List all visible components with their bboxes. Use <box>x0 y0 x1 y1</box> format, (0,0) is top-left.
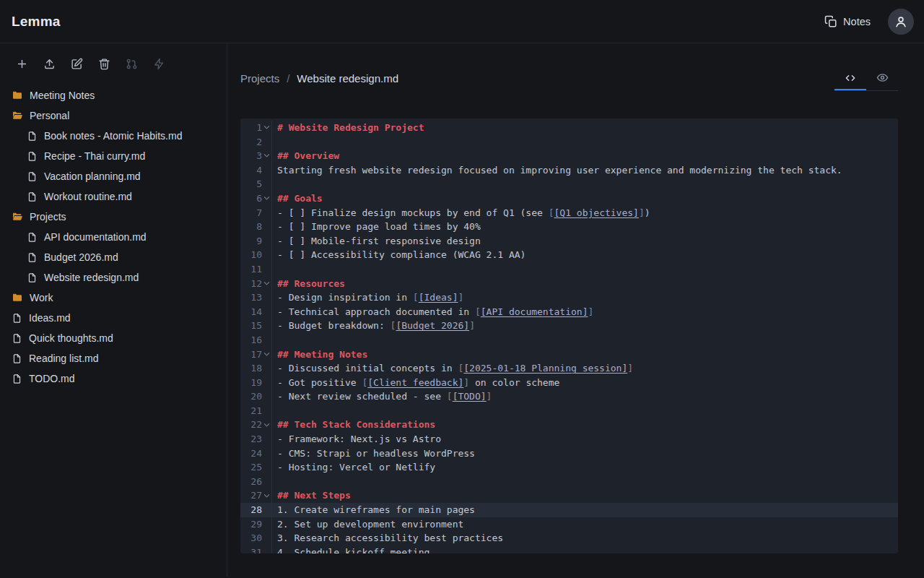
folder-open-icon <box>12 211 23 223</box>
editor-lines: 1# Website Redesign Project23## Overview… <box>240 121 898 553</box>
editor-line[interactable]: 2 <box>240 135 898 150</box>
source-view-button[interactable] <box>834 66 866 90</box>
tree-folder-item[interactable]: Work <box>0 288 227 308</box>
notes-button[interactable]: Notes <box>819 11 876 33</box>
fold-chevron-icon[interactable] <box>262 121 271 135</box>
merge-button[interactable] <box>121 53 141 74</box>
editor-line[interactable]: 27## Next Steps <box>240 488 898 503</box>
editor-line[interactable]: 292. Set up development environment <box>240 517 898 532</box>
fold-chevron-icon[interactable] <box>262 191 271 206</box>
delete-button[interactable] <box>94 53 114 74</box>
line-number: 4 <box>246 163 262 178</box>
editor-line[interactable]: 314. Schedule kickoff meeting <box>240 545 898 553</box>
editor-line[interactable]: 7- [ ] Finalize design mockups by end of… <box>240 206 898 220</box>
editor-line[interactable]: 26 <box>240 475 898 489</box>
topbar: Lemma Notes <box>0 0 924 43</box>
wiki-link[interactable]: [Q1 objectives] <box>554 207 639 218</box>
tree-file-item[interactable]: Workout routine.md <box>0 186 227 207</box>
tree-file-item[interactable]: Reading list.md <box>0 348 227 368</box>
file-icon <box>27 232 38 243</box>
fold-chevron-icon[interactable] <box>262 418 271 432</box>
editor-line[interactable]: 281. Create wireframes for main pages <box>240 503 898 517</box>
editor-line[interactable]: 4Starting fresh website redesign focused… <box>240 163 898 178</box>
upload-button[interactable] <box>39 53 59 74</box>
editor-line[interactable]: 22## Tech Stack Considerations <box>240 418 898 432</box>
markdown-text: 2. Set up development environment <box>277 519 463 530</box>
edit-button[interactable] <box>66 53 87 74</box>
tree-file-item[interactable]: Recipe - Thai curry.md <box>0 146 227 166</box>
zap-button[interactable] <box>149 53 169 74</box>
tree-file-item[interactable]: Budget 2026.md <box>0 247 227 267</box>
markdown-text: ] <box>639 207 645 218</box>
editor-line[interactable]: 21 <box>240 404 898 418</box>
markdown-text: ] <box>458 292 463 303</box>
line-number: 9 <box>246 234 262 249</box>
editor-line[interactable]: 17## Meeting Notes <box>240 348 898 362</box>
tree-folder-item[interactable]: Meeting Notes <box>0 85 227 105</box>
editor-line[interactable]: 14- Technical approach documented in [[A… <box>240 305 898 319</box>
wiki-link[interactable]: [Ideas] <box>419 292 458 303</box>
tree-file-item[interactable]: API documentation.md <box>0 227 227 247</box>
tree-folder-item[interactable]: Projects <box>0 207 227 227</box>
editor-line[interactable]: 303. Research accessibility best practic… <box>240 531 898 545</box>
editor-line[interactable]: 5 <box>240 177 898 191</box>
code-text: 4. Schedule kickoff meeting <box>271 545 898 553</box>
fold-chevron-icon[interactable] <box>262 488 271 503</box>
markdown-text: - Hosting: Vercel or Netlify <box>277 462 435 473</box>
tree-file-item[interactable]: Website redesign.md <box>0 267 227 288</box>
markdown-text: - [ ] Mobile-first responsive design <box>277 236 481 246</box>
user-avatar-button[interactable] <box>888 9 914 35</box>
fold-chevron-icon[interactable] <box>262 277 271 291</box>
markdown-text: Starting fresh website redesign focused … <box>277 165 842 176</box>
editor-line[interactable]: 19- Got positive [[Client feedback]] on … <box>240 376 898 390</box>
editor-line[interactable]: 24- CMS: Strapi or headless WordPress <box>240 447 898 461</box>
fold-spacer <box>262 262 271 277</box>
editor-line[interactable]: 23- Framework: Next.js vs Astro <box>240 432 898 447</box>
editor-line[interactable]: 18- Discussed initial concepts in [[2025… <box>240 361 898 376</box>
fold-spacer <box>262 475 271 489</box>
editor-line[interactable]: 3## Overview <box>240 149 898 163</box>
tree-file-item[interactable]: Ideas.md <box>0 308 227 328</box>
preview-view-button[interactable] <box>866 66 898 90</box>
breadcrumb-parent[interactable]: Projects <box>240 72 279 85</box>
editor-line[interactable]: 6## Goals <box>240 191 898 206</box>
fold-chevron-icon[interactable] <box>262 348 271 362</box>
line-number: 12 <box>246 277 262 291</box>
editor-line[interactable]: 9- [ ] Mobile-first responsive design <box>240 234 898 249</box>
markdown-heading-text: ## Tech Stack Considerations <box>277 419 435 430</box>
editor-line[interactable]: 13- Design inspiration in [[Ideas]] <box>240 290 898 305</box>
view-toggle <box>834 66 898 91</box>
tree-file-item[interactable]: Quick thoughts.md <box>0 328 227 348</box>
wiki-link[interactable]: [API documentation] <box>481 306 588 317</box>
editor-line[interactable]: 10- [ ] Accessibility compliance (WCAG 2… <box>240 248 898 262</box>
code-text: ## Goals <box>271 191 898 206</box>
code-text: - Discussed initial concepts in [[2025-0… <box>271 361 898 376</box>
wiki-link[interactable]: [Client feedback] <box>367 377 463 388</box>
editor-line[interactable]: 8- [ ] Improve page load times by 40% <box>240 220 898 234</box>
wiki-link[interactable]: [Budget 2026] <box>396 320 469 331</box>
wiki-link[interactable]: [2025-01-18 Planning session] <box>463 363 627 374</box>
markdown-editor[interactable]: 1# Website Redesign Project23## Overview… <box>240 118 898 553</box>
code-text <box>271 475 898 489</box>
editor-line[interactable]: 11 <box>240 262 898 277</box>
editor-line[interactable]: 16 <box>240 333 898 348</box>
line-number: 5 <box>246 177 262 191</box>
editor-line[interactable]: 20- Next review scheduled - see [[TODO]] <box>240 389 898 404</box>
tree-file-item[interactable]: Book notes - Atomic Habits.md <box>0 126 227 146</box>
fold-chevron-icon[interactable] <box>262 149 271 163</box>
tree-folder-item[interactable]: Personal <box>0 105 227 126</box>
editor-line[interactable]: 15- Budget breakdown: [[Budget 2026]] <box>240 319 898 333</box>
wiki-link[interactable]: [TODO] <box>453 391 487 402</box>
git-pull-request-icon <box>126 58 138 70</box>
file-icon <box>12 374 22 384</box>
tree-item-label: API documentation.md <box>44 231 147 243</box>
editor-line[interactable]: 12## Resources <box>240 277 898 291</box>
breadcrumb: Projects / Website redesign.md <box>240 72 398 85</box>
tree-file-item[interactable]: Vacation planning.md <box>0 166 227 186</box>
tree-file-item[interactable]: TODO.md <box>0 368 227 389</box>
fold-spacer <box>262 531 271 545</box>
markdown-text: ] <box>627 363 633 374</box>
new-note-button[interactable] <box>12 53 32 74</box>
editor-line[interactable]: 25- Hosting: Vercel or Netlify <box>240 460 898 475</box>
editor-line[interactable]: 1# Website Redesign Project <box>240 121 898 135</box>
